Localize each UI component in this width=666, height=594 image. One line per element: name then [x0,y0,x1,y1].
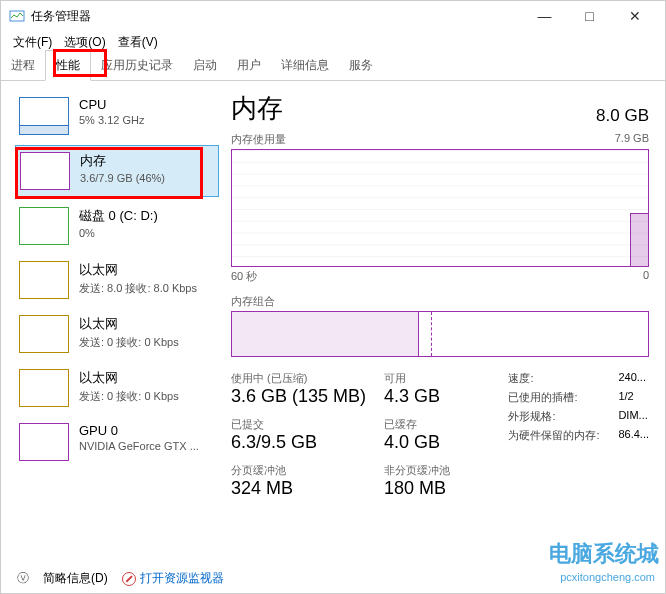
ethernet-thumbnail [19,369,69,407]
maximize-button[interactable]: □ [567,1,612,31]
resource-monitor-icon [122,572,136,586]
content-area: CPU5% 3.12 GHz 内存3.6/7.9 GB (46%) 磁盘 0 (… [1,81,665,561]
main-panel: 内存 8.0 GB 内存使用量 7.9 GB 60 秒 0 内存组合 使用中 (… [221,81,665,561]
app-icon [9,8,25,24]
memory-composition-chart [231,311,649,357]
sidebar-item-memory[interactable]: 内存3.6/7.9 GB (46%) [15,145,219,197]
memory-title: 内存 [80,152,165,170]
axis-right: 0 [643,269,649,284]
svg-rect-0 [10,11,24,21]
hw-reserved-key: 为硬件保留的内存: [508,428,618,443]
cpu-title: CPU [79,97,144,112]
sidebar-item-disk[interactable]: 磁盘 0 (C: D:)0% [15,201,219,251]
slots-value: 1/2 [618,390,633,405]
gpu-thumbnail [19,423,69,461]
speed-key: 速度: [508,371,618,386]
nonpaged-label: 非分页缓冲池 [384,463,450,478]
menubar: 文件(F) 选项(O) 查看(V) [1,31,665,53]
hw-reserved-value: 86.4... [618,428,649,443]
sidebar-item-ethernet-1[interactable]: 以太网发送: 8.0 接收: 8.0 Kbps [15,255,219,305]
tab-startup[interactable]: 启动 [183,51,227,80]
memory-total: 8.0 GB [596,106,649,126]
ethernet-thumbnail [19,261,69,299]
form-key: 外形规格: [508,409,618,424]
titlebar: 任务管理器 — □ ✕ [1,1,665,31]
tab-history[interactable]: 应用历史记录 [91,51,183,80]
memory-sub: 3.6/7.9 GB (46%) [80,172,165,184]
sidebar-item-ethernet-2[interactable]: 以太网发送: 0 接收: 0 Kbps [15,309,219,359]
tab-details[interactable]: 详细信息 [271,51,339,80]
composition-label: 内存组合 [231,294,649,309]
chevron-up-icon[interactable]: ⓥ [17,570,29,587]
usage-max: 7.9 GB [615,132,649,147]
menu-view[interactable]: 查看(V) [112,32,164,53]
axis-left: 60 秒 [231,269,257,284]
nonpaged-value: 180 MB [384,478,450,499]
tab-performance[interactable]: 性能 [45,50,91,81]
cached-value: 4.0 GB [384,432,450,453]
form-value: DIM... [618,409,647,424]
paged-label: 分页缓冲池 [231,463,366,478]
cached-label: 已缓存 [384,417,450,432]
memory-usage-chart [231,149,649,267]
cpu-thumbnail [19,97,69,135]
ethernet2-title: 以太网 [79,315,179,333]
sidebar-item-ethernet-3[interactable]: 以太网发送: 0 接收: 0 Kbps [15,363,219,413]
paged-value: 324 MB [231,478,366,499]
cpu-sub: 5% 3.12 GHz [79,114,144,126]
gpu-sub: NVIDIA GeForce GTX ... [79,440,199,452]
window-title: 任务管理器 [31,8,522,25]
tab-processes[interactable]: 进程 [1,51,45,80]
commit-label: 已提交 [231,417,366,432]
minimize-button[interactable]: — [522,1,567,31]
sidebar: CPU5% 3.12 GHz 内存3.6/7.9 GB (46%) 磁盘 0 (… [1,81,221,561]
tab-users[interactable]: 用户 [227,51,271,80]
disk-thumbnail [19,207,69,245]
disk-sub: 0% [79,227,158,239]
tab-services[interactable]: 服务 [339,51,383,80]
close-button[interactable]: ✕ [612,1,657,31]
disk-title: 磁盘 0 (C: D:) [79,207,158,225]
usage-label: 内存使用量 [231,132,286,147]
sidebar-item-gpu[interactable]: GPU 0NVIDIA GeForce GTX ... [15,417,219,467]
gpu-title: GPU 0 [79,423,199,438]
inuse-label: 使用中 (已压缩) [231,371,366,386]
tabbar: 进程 性能 应用历史记录 启动 用户 详细信息 服务 [1,53,665,81]
avail-label: 可用 [384,371,450,386]
ethernet3-sub: 发送: 0 接收: 0 Kbps [79,389,179,404]
commit-value: 6.3/9.5 GB [231,432,366,453]
sidebar-item-cpu[interactable]: CPU5% 3.12 GHz [15,91,219,141]
memory-thumbnail [20,152,70,190]
ethernet1-title: 以太网 [79,261,197,279]
ethernet-thumbnail [19,315,69,353]
slots-key: 已使用的插槽: [508,390,618,405]
footer: ⓥ 简略信息(D) 打开资源监视器 [17,570,224,587]
resource-monitor-link[interactable]: 打开资源监视器 [122,570,224,587]
ethernet2-sub: 发送: 0 接收: 0 Kbps [79,335,179,350]
inuse-value: 3.6 GB (135 MB) [231,386,366,407]
avail-value: 4.3 GB [384,386,450,407]
stats-grid: 使用中 (已压缩)3.6 GB (135 MB) 已提交6.3/9.5 GB 分… [231,371,649,499]
speed-value: 240... [618,371,646,386]
watermark-url: pcxitongcheng.com [560,571,655,583]
brief-info-link[interactable]: 简略信息(D) [43,570,108,587]
memory-heading: 内存 [231,91,283,126]
ethernet1-sub: 发送: 8.0 接收: 8.0 Kbps [79,281,197,296]
ethernet3-title: 以太网 [79,369,179,387]
resource-monitor-label: 打开资源监视器 [140,570,224,587]
